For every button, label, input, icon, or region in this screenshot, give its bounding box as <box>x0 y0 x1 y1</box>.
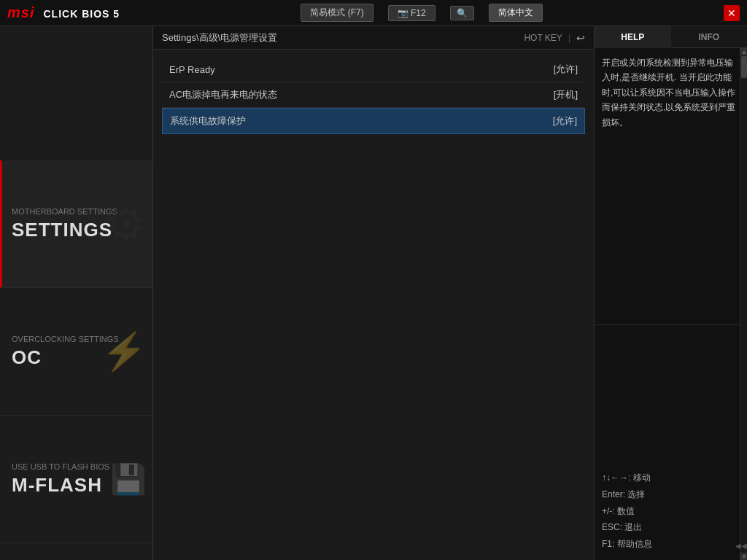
tab-info[interactable]: INFO <box>671 26 748 48</box>
sidebar-item-settings[interactable]: ⚙ Motherboard settings SETTINGS <box>0 160 152 288</box>
setting-val-0: [允许] <box>554 63 578 76</box>
help-content: 开启或关闭系统检测到异常电压输入时,是否继续开机. 当开启此功能时,可以让系统因… <box>595 48 747 325</box>
right-tabs: HELP INFO <box>595 26 747 48</box>
back-button[interactable]: ↩ <box>576 32 585 44</box>
sidebar: ⚙ Motherboard settings SETTINGS ⚡ Overcl… <box>0 26 153 560</box>
setting-name-0: ErP Ready <box>169 64 215 75</box>
setting-val-2: [允许] <box>553 114 577 128</box>
key-hint-3: ESC: 退出 <box>602 519 740 536</box>
hotkey-sep: | <box>568 33 570 43</box>
setting-val-1: [开机] <box>554 88 578 101</box>
close-button[interactable]: ✕ <box>724 5 740 21</box>
logo: msi CLICK BIOS 5 <box>7 4 120 21</box>
language-button[interactable]: 简体中文 <box>489 4 543 22</box>
screenshot-button[interactable]: 📷 F12 <box>388 5 436 21</box>
logo-msi: msi <box>7 4 34 20</box>
logo-product: CLICK BIOS 5 <box>43 8 120 20</box>
sidebar-item-oc[interactable]: ⚡ Overclocking settings OC <box>0 288 152 416</box>
right-panel: HELP INFO 开启或关闭系统检测到异常电压输入时,是否继续开机. 当开启此… <box>594 26 747 560</box>
oc-bg-icon: ⚡ <box>101 330 147 373</box>
breadcrumb: Settings\高级\电源管理设置 <box>162 31 277 44</box>
tab-help[interactable]: HELP <box>595 26 671 48</box>
scroll-thumb[interactable] <box>741 56 747 78</box>
key-hints: ↑↓←→: 移动Enter: 选择+/-: 数值ESC: 退出F1: 帮助信息 <box>595 462 747 560</box>
sidebar-item-mflash[interactable]: 💾 Use USB to flash BIOS M-FLASH <box>0 416 152 543</box>
scroll-expand[interactable]: ◀◀◀ <box>740 538 747 553</box>
settings-row-0[interactable]: ErP Ready[允许] <box>162 57 585 82</box>
key-hint-0: ↑↓←→: 移动 <box>602 470 740 486</box>
top-bar: msi CLICK BIOS 5 简易模式 (F7) 📷 F12 🔍 简体中文 … <box>0 0 747 26</box>
breadcrumb-bar: Settings\高级\电源管理设置 HOT KEY | ↩ <box>153 26 594 50</box>
hotkey-area: HOT KEY | ↩ <box>524 32 585 44</box>
settings-bg-icon: ⚙ <box>104 197 147 252</box>
settings-table: ErP Ready[允许]AC电源掉电再来电的状态[开机]系统供电故障保护[允许… <box>153 50 594 141</box>
main-content: Settings\高级\电源管理设置 HOT KEY | ↩ ErP Ready… <box>153 26 594 560</box>
setting-name-2: 系统供电故障保护 <box>170 114 246 128</box>
search-button[interactable]: 🔍 <box>450 6 474 20</box>
settings-row-1[interactable]: AC电源掉电再来电的状态[开机] <box>162 82 585 108</box>
key-hint-2: +/-: 数值 <box>602 503 740 520</box>
scroll-up[interactable]: ▲ <box>740 48 747 55</box>
mflash-bg-icon: 💾 <box>110 462 147 497</box>
simple-mode-button[interactable]: 简易模式 (F7) <box>301 4 373 22</box>
scroll-track <box>740 55 747 538</box>
settings-row-2[interactable]: 系统供电故障保护[允许] <box>162 108 585 134</box>
top-center: 简易模式 (F7) 📷 F12 🔍 简体中文 <box>301 4 542 22</box>
key-hint-1: Enter: 选择 <box>602 486 740 503</box>
key-hint-4: F1: 帮助信息 <box>602 536 740 553</box>
right-scrollbar[interactable]: ▲ ◀◀◀ ▼ <box>740 48 747 560</box>
scroll-down[interactable]: ▼ <box>740 553 747 560</box>
hotkey-label: HOT KEY <box>524 33 562 43</box>
setting-name-1: AC电源掉电再来电的状态 <box>169 88 277 101</box>
